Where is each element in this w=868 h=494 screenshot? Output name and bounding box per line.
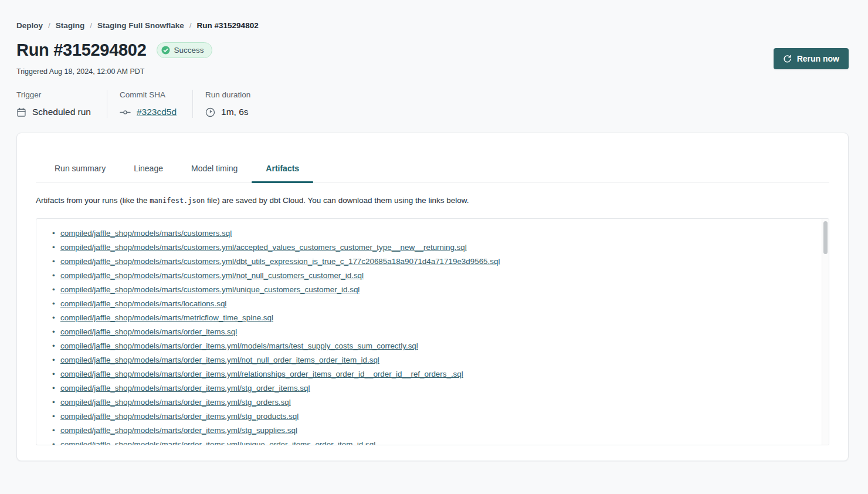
artifact-list-item: compiled/jaffle_shop/models/marts/custom…	[60, 283, 817, 297]
artifact-list-item: compiled/jaffle_shop/models/marts/order_…	[60, 438, 817, 445]
artifact-link[interactable]: compiled/jaffle_shop/models/marts/order_…	[60, 341, 418, 350]
breadcrumb-item: Deploy /	[16, 21, 50, 30]
artifact-list-box[interactable]: compiled/jaffle_shop/models/marts/custom…	[36, 218, 829, 445]
artifact-list-item: compiled/jaffle_shop/models/marts/order_…	[60, 381, 817, 395]
artifact-list-item: compiled/jaffle_shop/models/marts/order_…	[60, 339, 817, 353]
breadcrumb-item: Run #315294802 /	[197, 21, 259, 30]
page-title: Run #315294802	[16, 40, 147, 60]
commit-sha-info: Commit SHA #323cd5d	[107, 90, 192, 118]
artifact-link-list: compiled/jaffle_shop/models/marts/custom…	[36, 226, 829, 445]
triggered-timestamp: Triggered Aug 18, 2024, 12:00 AM PDT	[16, 67, 849, 76]
artifact-link[interactable]: compiled/jaffle_shop/models/marts/custom…	[60, 229, 232, 238]
refresh-icon	[783, 55, 792, 63]
artifact-link[interactable]: compiled/jaffle_shop/models/marts/metric…	[60, 313, 273, 322]
page: Deploy / Staging / Staging Full Snowflak…	[16, 0, 849, 461]
breadcrumb-link[interactable]: Staging	[56, 21, 85, 30]
artifact-list-item: compiled/jaffle_shop/models/marts/order_…	[60, 325, 817, 339]
success-check-icon	[161, 46, 170, 55]
artifact-link[interactable]: compiled/jaffle_shop/models/marts/custom…	[60, 257, 500, 266]
breadcrumb-link[interactable]: Deploy	[16, 21, 43, 30]
rerun-now-label: Rerun now	[797, 54, 839, 63]
manifest-json-code: manifest.json	[150, 197, 205, 205]
breadcrumb: Deploy / Staging / Staging Full Snowflak…	[16, 21, 849, 30]
artifact-list-item: compiled/jaffle_shop/models/marts/custom…	[60, 255, 817, 269]
breadcrumb-separator: /	[90, 21, 92, 30]
artifact-list-item: compiled/jaffle_shop/models/marts/order_…	[60, 367, 817, 381]
run-duration-info: Run duration 1m, 6s	[192, 90, 266, 118]
artifact-link[interactable]: compiled/jaffle_shop/models/marts/locati…	[60, 299, 226, 308]
artifact-list-item: compiled/jaffle_shop/models/marts/custom…	[60, 269, 817, 283]
tab-bar: Run summary Lineage Model timing Artifac…	[36, 163, 829, 182]
tab[interactable]: Artifacts	[252, 163, 313, 182]
commit-sha-link[interactable]: #323cd5d	[137, 106, 177, 118]
artifact-link[interactable]: compiled/jaffle_shop/models/marts/order_…	[60, 426, 297, 435]
tab[interactable]: Run summary	[40, 163, 120, 182]
run-info-row: Trigger Scheduled run Commit SHA #323cd5…	[16, 90, 849, 118]
artifacts-description: Artifacts from your runs (like the manif…	[36, 196, 829, 205]
breadcrumb-separator: /	[189, 21, 192, 30]
artifact-list-item: compiled/jaffle_shop/models/marts/metric…	[60, 311, 817, 325]
run-detail-card: Run summary Lineage Model timing Artifac…	[16, 133, 849, 461]
calendar-icon	[16, 107, 26, 117]
artifact-link[interactable]: compiled/jaffle_shop/models/marts/order_…	[60, 398, 291, 407]
artifact-link[interactable]: compiled/jaffle_shop/models/marts/order_…	[60, 356, 379, 364]
trigger-value: Scheduled run	[32, 106, 91, 118]
artifact-list-item: compiled/jaffle_shop/models/marts/order_…	[60, 353, 817, 367]
breadcrumb-item: Staging Full Snowflake /	[97, 21, 192, 30]
commit-icon	[120, 109, 131, 116]
artifact-list-item: compiled/jaffle_shop/models/marts/custom…	[60, 241, 817, 255]
run-duration-label: Run duration	[205, 90, 250, 100]
artifacts-description-before: Artifacts from your runs (like the	[36, 196, 150, 205]
artifact-link[interactable]: compiled/jaffle_shop/models/marts/order_…	[60, 384, 310, 393]
artifact-link[interactable]: compiled/jaffle_shop/models/marts/custom…	[60, 243, 467, 252]
trigger-info: Trigger Scheduled run	[16, 90, 107, 118]
artifact-link[interactable]: compiled/jaffle_shop/models/marts/custom…	[60, 271, 364, 280]
artifact-list-item: compiled/jaffle_shop/models/marts/order_…	[60, 410, 817, 424]
artifacts-description-after: file) are saved by dbt Cloud. You can do…	[205, 196, 469, 205]
artifact-link[interactable]: compiled/jaffle_shop/models/marts/order_…	[60, 440, 375, 445]
run-duration-value: 1m, 6s	[221, 106, 249, 118]
tab[interactable]: Model timing	[177, 163, 252, 182]
artifact-list-item: compiled/jaffle_shop/models/marts/order_…	[60, 424, 817, 438]
clock-icon	[205, 107, 215, 117]
title-row: Run #315294802 Success	[16, 40, 849, 60]
breadcrumb-separator: /	[48, 21, 50, 30]
scrollbar-track[interactable]	[822, 219, 829, 445]
artifact-link[interactable]: compiled/jaffle_shop/models/marts/order_…	[60, 327, 237, 336]
breadcrumb-item: Staging /	[56, 21, 92, 30]
status-label: Success	[174, 46, 204, 55]
artifact-link[interactable]: compiled/jaffle_shop/models/marts/order_…	[60, 370, 463, 378]
tab[interactable]: Lineage	[120, 163, 177, 182]
rerun-now-button[interactable]: Rerun now	[774, 48, 849, 69]
status-badge: Success	[157, 42, 212, 58]
commit-sha-label: Commit SHA	[120, 90, 177, 100]
trigger-label: Trigger	[16, 90, 91, 100]
breadcrumb-link[interactable]: Run #315294802	[197, 21, 259, 30]
breadcrumb-link[interactable]: Staging Full Snowflake	[97, 21, 184, 30]
artifact-link[interactable]: compiled/jaffle_shop/models/marts/order_…	[60, 412, 299, 421]
scrollbar-thumb[interactable]	[823, 221, 828, 254]
artifact-list-item: compiled/jaffle_shop/models/marts/locati…	[60, 297, 817, 311]
artifact-list-item: compiled/jaffle_shop/models/marts/custom…	[60, 226, 817, 241]
artifact-link[interactable]: compiled/jaffle_shop/models/marts/custom…	[60, 285, 360, 294]
artifact-list-item: compiled/jaffle_shop/models/marts/order_…	[60, 395, 817, 410]
